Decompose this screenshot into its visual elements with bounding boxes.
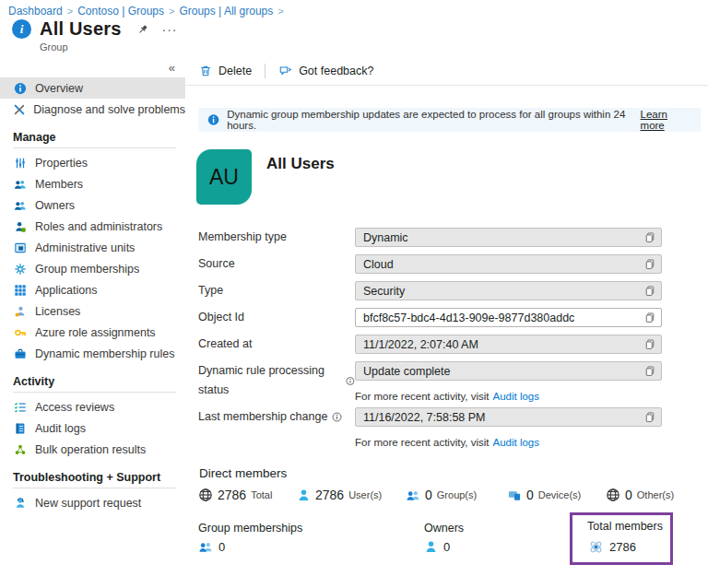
- total-members-highlight: Total members 2786: [570, 512, 673, 565]
- field-object-id: Object Id bfcf8c57-bdc4-4d13-909e-9877d3…: [198, 308, 665, 335]
- sidebar-item-properties[interactable]: Properties: [0, 152, 185, 173]
- sidebar: « Overview Diagnose and solve problems M…: [0, 57, 185, 588]
- administrative-units-icon: [13, 241, 28, 254]
- copy-icon[interactable]: [644, 258, 655, 270]
- total-members-label: Total members: [587, 520, 663, 533]
- breadcrumb-contoso-groups[interactable]: Contoso | Groups: [77, 5, 164, 18]
- sidebar-item-licenses[interactable]: Licenses: [0, 300, 185, 322]
- breadcrumb-all-groups[interactable]: Groups | All groups: [179, 5, 273, 18]
- pin-button[interactable]: [136, 23, 149, 36]
- group-icon: [198, 540, 213, 554]
- group-memberships-label: Group memberships: [198, 522, 302, 535]
- copy-icon[interactable]: [644, 365, 655, 377]
- sidebar-section-activity: Activity: [13, 373, 185, 390]
- globe-icon: [606, 488, 620, 502]
- sidebar-item-diagnose[interactable]: Diagnose and solve problems: [0, 99, 185, 120]
- field-dynamic-rule-status: Dynamic rule processing status Update co…: [198, 361, 665, 388]
- sidebar-item-group-memberships[interactable]: Group memberships: [0, 258, 185, 279]
- learn-more-link[interactable]: Learn more: [641, 109, 691, 131]
- properties-icon: [13, 157, 28, 170]
- info-banner: Dynamic group membership updates are exp…: [198, 108, 701, 132]
- info-icon: [207, 113, 219, 126]
- tools-icon: [13, 103, 26, 116]
- stat-devices[interactable]: 0 Device(s): [507, 488, 581, 502]
- trash-icon: [199, 65, 212, 77]
- sidebar-collapse-button[interactable]: «: [169, 61, 175, 75]
- sidebar-section-troubleshooting: Troubleshooting + Support: [13, 469, 185, 486]
- stat-total[interactable]: 2786 Total: [198, 488, 272, 502]
- sidebar-item-new-support-request[interactable]: New support request: [0, 492, 185, 513]
- field-value-box: 11/1/2022, 2:07:40 AM: [355, 335, 662, 354]
- copy-icon[interactable]: [644, 312, 655, 323]
- owners-value[interactable]: 0: [424, 540, 450, 554]
- copy-icon[interactable]: [644, 285, 655, 297]
- feedback-icon: [278, 65, 292, 77]
- divider: [265, 64, 266, 78]
- field-source: Source Cloud: [198, 254, 665, 281]
- user-icon: [297, 488, 311, 502]
- briefcase-icon: [13, 347, 28, 360]
- stat-groups[interactable]: 0 Group(s): [406, 488, 477, 502]
- sidebar-item-members[interactable]: Members: [0, 173, 185, 194]
- info-tooltip-icon[interactable]: [346, 376, 355, 386]
- group-avatar: AU: [196, 149, 252, 205]
- stat-users[interactable]: 2786 User(s): [297, 488, 382, 502]
- grid-icon: [13, 284, 28, 297]
- field-value-box: 11/16/2022, 7:58:58 PM: [355, 407, 662, 427]
- breadcrumb-dashboard[interactable]: Dashboard: [8, 5, 63, 18]
- owners-icon: [13, 199, 28, 212]
- sidebar-item-bulk-operation-results[interactable]: Bulk operation results: [0, 439, 185, 460]
- sidebar-item-dynamic-membership-rules[interactable]: Dynamic membership rules: [0, 343, 185, 364]
- audit-logs-link[interactable]: Audit logs: [493, 391, 540, 402]
- banner-text: Dynamic group membership updates are exp…: [227, 109, 632, 131]
- audit-logs-link[interactable]: Audit logs: [493, 437, 540, 448]
- sidebar-item-overview[interactable]: Overview: [0, 77, 185, 99]
- sidebar-item-owners[interactable]: Owners: [0, 194, 185, 216]
- delete-button[interactable]: Delete: [199, 65, 252, 77]
- total-members-value[interactable]: 2786: [588, 539, 636, 555]
- direct-members-heading: Direct members: [199, 466, 287, 480]
- breadcrumb-separator: >: [169, 6, 174, 17]
- members-icon: [13, 178, 28, 191]
- divider: [13, 392, 176, 393]
- key-icon: [13, 326, 28, 339]
- copy-icon[interactable]: [644, 338, 655, 350]
- sidebar-item-audit-logs[interactable]: Audit logs: [0, 417, 185, 439]
- copy-icon[interactable]: [644, 231, 655, 243]
- group-name-heading: All Users: [266, 155, 335, 173]
- sidebar-item-azure-role-assignments[interactable]: Azure role assignments: [0, 322, 185, 343]
- field-type: Type Security: [198, 281, 665, 308]
- atom-icon: [588, 539, 604, 555]
- copy-icon[interactable]: [644, 411, 655, 423]
- divider: [13, 147, 176, 148]
- sidebar-section-manage: Manage: [13, 129, 185, 146]
- device-icon: [507, 488, 522, 502]
- roles-icon: [13, 220, 28, 233]
- feedback-button[interactable]: Got feedback?: [278, 65, 373, 77]
- pin-icon: [136, 23, 149, 36]
- group-memberships-value[interactable]: 0: [198, 540, 225, 554]
- group-properties: Membership type Dynamic Source Cloud Typ…: [198, 228, 665, 453]
- sidebar-item-access-reviews[interactable]: Access reviews: [0, 396, 185, 417]
- gear-icon: [13, 263, 28, 276]
- page-title: All Users: [40, 18, 122, 40]
- cluster-icon: [13, 443, 28, 456]
- page-subtitle: Group: [40, 41, 68, 53]
- info-icon: [13, 82, 28, 95]
- checklist-icon: [13, 401, 28, 414]
- more-menu-button[interactable]: ···: [162, 25, 178, 34]
- breadcrumb: Dashboard> Contoso | Groups> Groups | Al…: [8, 5, 284, 18]
- globe-icon: [198, 488, 213, 502]
- stat-others[interactable]: 0 Other(s): [606, 488, 674, 502]
- sidebar-item-applications[interactable]: Applications: [0, 279, 185, 300]
- sidebar-item-roles[interactable]: Roles and administrators: [0, 216, 185, 237]
- sidebar-item-admin-units[interactable]: Administrative units: [0, 237, 185, 258]
- licenses-icon: [13, 305, 28, 318]
- field-value-box: Update complete: [355, 361, 662, 381]
- field-value-box: Dynamic: [355, 228, 662, 247]
- field-created-at: Created at 11/1/2022, 2:07:40 AM: [198, 335, 665, 361]
- log-book-icon: [13, 422, 28, 435]
- field-membership-type: Membership type Dynamic: [198, 228, 665, 254]
- field-last-membership-change: Last membership change 11/16/2022, 7:58:…: [198, 407, 665, 434]
- info-tooltip-icon[interactable]: [332, 412, 342, 422]
